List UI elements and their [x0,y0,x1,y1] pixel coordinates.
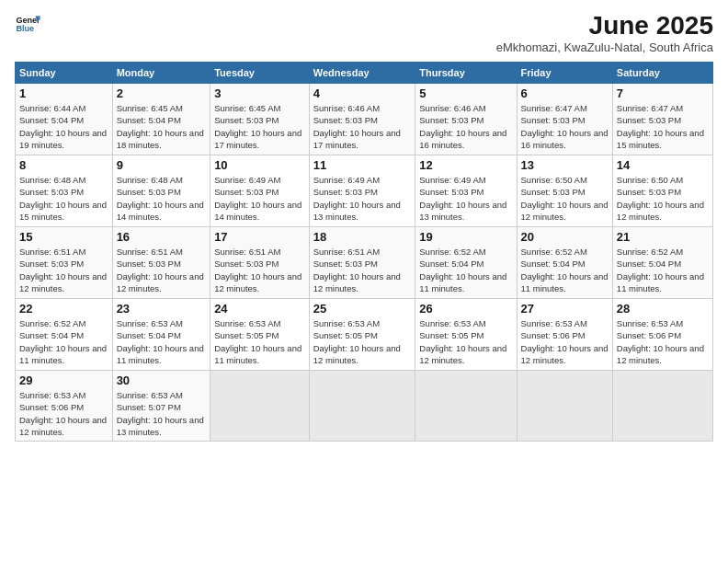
table-row: 7Sunrise: 6:47 AMSunset: 5:03 PMDaylight… [612,84,712,155]
table-row [210,371,310,442]
day-number: 24 [214,302,305,316]
day-info: Sunrise: 6:45 AMSunset: 5:03 PMDaylight:… [214,103,301,150]
calendar-week-row: 15Sunrise: 6:51 AMSunset: 5:03 PMDayligh… [16,227,713,299]
day-info: Sunrise: 6:53 AMSunset: 5:06 PMDaylight:… [521,318,609,365]
table-row: 10Sunrise: 6:49 AMSunset: 5:03 PMDayligh… [210,155,310,227]
table-row: 13Sunrise: 6:50 AMSunset: 5:03 PMDayligh… [517,155,612,227]
col-tuesday: Tuesday [210,63,310,84]
calendar-header-row: Sunday Monday Tuesday Wednesday Thursday… [16,63,713,84]
logo-icon: General Blue [15,11,40,37]
day-info: Sunrise: 6:53 AMSunset: 5:05 PMDaylight:… [313,318,401,365]
day-info: Sunrise: 6:45 AMSunset: 5:04 PMDaylight:… [117,103,204,150]
day-number: 2 [117,86,207,100]
col-sunday: Sunday [16,63,113,84]
table-row: 12Sunrise: 6:49 AMSunset: 5:03 PMDayligh… [415,155,517,227]
day-info: Sunrise: 6:51 AMSunset: 5:03 PMDaylight:… [117,247,204,293]
table-row: 2Sunrise: 6:45 AMSunset: 5:04 PMDaylight… [112,84,210,155]
day-number: 4 [313,86,412,100]
day-info: Sunrise: 6:47 AMSunset: 5:03 PMDaylight:… [617,103,704,150]
day-number: 5 [419,86,512,100]
svg-text:Blue: Blue [16,24,34,33]
day-number: 28 [617,302,709,316]
day-info: Sunrise: 6:48 AMSunset: 5:03 PMDaylight:… [117,175,204,222]
table-row: 11Sunrise: 6:49 AMSunset: 5:03 PMDayligh… [309,155,415,227]
table-row: 23Sunrise: 6:53 AMSunset: 5:04 PMDayligh… [112,299,210,371]
day-info: Sunrise: 6:52 AMSunset: 5:04 PMDaylight:… [617,247,704,293]
day-info: Sunrise: 6:49 AMSunset: 5:03 PMDaylight:… [214,175,301,222]
table-row: 5Sunrise: 6:46 AMSunset: 5:03 PMDaylight… [415,84,517,155]
table-row: 21Sunrise: 6:52 AMSunset: 5:04 PMDayligh… [612,227,712,299]
table-row: 6Sunrise: 6:47 AMSunset: 5:03 PMDaylight… [517,84,612,155]
table-row: 24Sunrise: 6:53 AMSunset: 5:05 PMDayligh… [210,299,310,371]
day-info: Sunrise: 6:53 AMSunset: 5:06 PMDaylight:… [617,318,704,365]
day-number: 20 [521,230,609,244]
day-number: 9 [117,158,207,172]
table-row: 25Sunrise: 6:53 AMSunset: 5:05 PMDayligh… [309,299,415,371]
day-number: 12 [419,158,512,172]
day-number: 23 [117,302,207,316]
day-info: Sunrise: 6:49 AMSunset: 5:03 PMDaylight:… [313,175,401,222]
table-row: 19Sunrise: 6:52 AMSunset: 5:04 PMDayligh… [415,227,517,299]
day-number: 25 [313,302,412,316]
day-info: Sunrise: 6:51 AMSunset: 5:03 PMDaylight:… [214,247,301,293]
table-row: 18Sunrise: 6:51 AMSunset: 5:03 PMDayligh… [309,227,415,299]
table-row: 29Sunrise: 6:53 AMSunset: 5:06 PMDayligh… [16,371,113,442]
day-info: Sunrise: 6:52 AMSunset: 5:04 PMDaylight:… [521,247,609,293]
page-title: June 2025 [496,11,713,40]
day-number: 21 [617,230,709,244]
col-wednesday: Wednesday [309,63,415,84]
table-row: 1Sunrise: 6:44 AMSunset: 5:04 PMDaylight… [16,84,113,155]
day-info: Sunrise: 6:52 AMSunset: 5:04 PMDaylight:… [419,247,506,293]
table-row: 15Sunrise: 6:51 AMSunset: 5:03 PMDayligh… [16,227,113,299]
table-row: 26Sunrise: 6:53 AMSunset: 5:05 PMDayligh… [415,299,517,371]
table-row: 17Sunrise: 6:51 AMSunset: 5:03 PMDayligh… [210,227,310,299]
day-info: Sunrise: 6:49 AMSunset: 5:03 PMDaylight:… [419,175,506,222]
table-row: 27Sunrise: 6:53 AMSunset: 5:06 PMDayligh… [517,299,612,371]
day-number: 15 [19,230,108,244]
table-row: 30Sunrise: 6:53 AMSunset: 5:07 PMDayligh… [112,371,210,442]
day-number: 7 [617,86,709,100]
table-row: 8Sunrise: 6:48 AMSunset: 5:03 PMDaylight… [16,155,113,227]
table-row: 16Sunrise: 6:51 AMSunset: 5:03 PMDayligh… [112,227,210,299]
calendar-table: Sunday Monday Tuesday Wednesday Thursday… [15,62,713,442]
day-number: 11 [313,158,412,172]
day-info: Sunrise: 6:46 AMSunset: 5:03 PMDaylight:… [419,103,506,150]
day-number: 18 [313,230,412,244]
col-friday: Friday [517,63,612,84]
day-number: 26 [419,302,512,316]
table-row: 22Sunrise: 6:52 AMSunset: 5:04 PMDayligh… [16,299,113,371]
day-info: Sunrise: 6:53 AMSunset: 5:07 PMDaylight:… [117,390,204,437]
col-saturday: Saturday [612,63,712,84]
col-thursday: Thursday [415,63,517,84]
table-row: 14Sunrise: 6:50 AMSunset: 5:03 PMDayligh… [612,155,712,227]
day-number: 17 [214,230,305,244]
table-row: 9Sunrise: 6:48 AMSunset: 5:03 PMDaylight… [112,155,210,227]
calendar-week-row: 29Sunrise: 6:53 AMSunset: 5:06 PMDayligh… [16,371,713,442]
table-row [415,371,517,442]
day-info: Sunrise: 6:46 AMSunset: 5:03 PMDaylight:… [313,103,401,150]
table-row: 3Sunrise: 6:45 AMSunset: 5:03 PMDaylight… [210,84,310,155]
day-number: 27 [521,302,609,316]
day-number: 10 [214,158,305,172]
logo: General Blue [15,11,40,37]
day-info: Sunrise: 6:53 AMSunset: 5:05 PMDaylight:… [419,318,506,365]
day-info: Sunrise: 6:50 AMSunset: 5:03 PMDaylight:… [521,175,609,222]
day-info: Sunrise: 6:51 AMSunset: 5:03 PMDaylight:… [313,247,401,293]
day-number: 3 [214,86,305,100]
day-info: Sunrise: 6:47 AMSunset: 5:03 PMDaylight:… [521,103,609,150]
table-row: 28Sunrise: 6:53 AMSunset: 5:06 PMDayligh… [612,299,712,371]
day-number: 6 [521,86,609,100]
calendar-week-row: 8Sunrise: 6:48 AMSunset: 5:03 PMDaylight… [16,155,713,227]
col-monday: Monday [112,63,210,84]
day-info: Sunrise: 6:53 AMSunset: 5:06 PMDaylight:… [19,390,107,437]
day-number: 22 [19,302,108,316]
day-number: 8 [19,158,108,172]
day-info: Sunrise: 6:53 AMSunset: 5:04 PMDaylight:… [117,318,204,365]
day-number: 29 [19,373,108,387]
day-info: Sunrise: 6:51 AMSunset: 5:03 PMDaylight:… [19,247,107,293]
page-header: General Blue June 2025 eMkhomazi, KwaZul… [15,11,713,54]
day-info: Sunrise: 6:44 AMSunset: 5:04 PMDaylight:… [19,103,107,150]
table-row [309,371,415,442]
table-row [612,371,712,442]
day-info: Sunrise: 6:50 AMSunset: 5:03 PMDaylight:… [617,175,704,222]
